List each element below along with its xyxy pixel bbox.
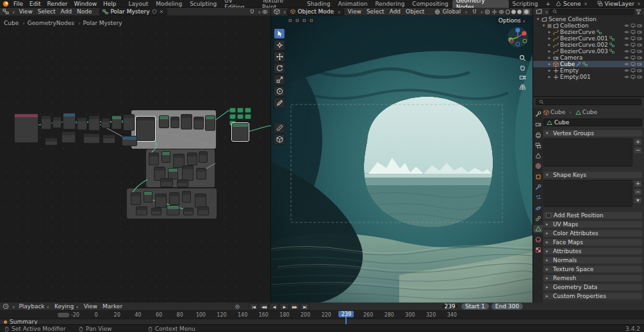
shading-solid-icon[interactable]: [511, 10, 516, 14]
section-header-custom-properties[interactable]: ▸Custom Properties: [543, 293, 642, 299]
jump-to-start-button[interactable]: |◀: [249, 303, 258, 310]
menu-help[interactable]: Help: [100, 1, 120, 7]
auto-keying-icon[interactable]: [235, 304, 240, 310]
new-workspace-button[interactable]: +: [542, 0, 555, 8]
disclosure-arrow[interactable]: ▸: [547, 49, 552, 54]
eye-toggle-icon[interactable]: [624, 68, 629, 73]
disclosure-arrow[interactable]: ▾: [541, 23, 546, 28]
monitor-toggle-icon[interactable]: [631, 74, 636, 79]
editor-type-icon[interactable]: [3, 303, 9, 310]
mode-selector[interactable]: Object Mode: [287, 8, 343, 15]
outliner-row-empty-001[interactable]: ▸Empty.001: [533, 74, 644, 80]
disclosure-arrow[interactable]: ▸: [547, 42, 552, 47]
timeline-ruler[interactable]: -200204060801001201401601802002202402602…: [0, 311, 644, 319]
breadcrumb-geometrynodes[interactable]: GeometryNodes: [20, 20, 74, 26]
jump-to-end-button[interactable]: ▶|: [300, 303, 310, 310]
specials-menu-button[interactable]: ▾: [634, 197, 642, 204]
eye-toggle-icon[interactable]: [624, 23, 629, 28]
rest-position-checkbox[interactable]: [546, 213, 551, 218]
graph-node[interactable]: [53, 117, 62, 128]
add-cube-tool[interactable]: [274, 134, 285, 145]
graph-node[interactable]: [182, 191, 191, 203]
section-header-attributes[interactable]: ▸Attributes: [543, 248, 642, 254]
section-header-face-maps[interactable]: ▸Face Maps: [543, 239, 642, 245]
timeline-menu-keying[interactable]: Keying: [52, 303, 81, 310]
monitor-toggle-icon[interactable]: [631, 62, 636, 67]
outliner-row-beziercurve-003[interactable]: ▸BezierCurve.003: [533, 48, 644, 54]
graph-node[interactable]: [111, 115, 122, 129]
show-overlays-icon[interactable]: [499, 9, 504, 15]
remove-item-button[interactable]: −: [634, 147, 642, 154]
eye-toggle-icon[interactable]: [624, 42, 629, 47]
snapping-magnet-icon[interactable]: [249, 9, 255, 15]
current-frame-field[interactable]: 239: [441, 303, 459, 310]
properties-tab-modifiers[interactable]: [533, 183, 543, 191]
viewport-toggle-2[interactable]: [294, 18, 300, 23]
disclosure-arrow[interactable]: ▾: [536, 17, 540, 22]
workspace-tab-uv-editing[interactable]: UV Editing: [220, 0, 258, 8]
section-add-rest-position[interactable]: Add Rest Position: [543, 212, 642, 219]
snapping-dropdown[interactable]: [256, 8, 261, 15]
shading-wireframe-icon[interactable]: [506, 10, 510, 14]
graph-node[interactable]: [41, 115, 51, 129]
node-tree-selector[interactable]: Polar Mystery: [99, 8, 167, 15]
zoom-icon[interactable]: [519, 54, 526, 62]
disclosure-arrow[interactable]: ▸: [547, 68, 552, 73]
viewport-toggle-3[interactable]: [301, 18, 307, 23]
cam-toggle-icon[interactable]: [637, 68, 642, 73]
annotate-tool[interactable]: [274, 97, 285, 108]
section-header-uv-maps[interactable]: ▸UV Maps: [543, 221, 642, 228]
properties-tab-particles[interactable]: [533, 194, 543, 201]
graph-node[interactable]: [14, 113, 38, 143]
monitor-toggle-icon[interactable]: [631, 68, 636, 73]
prev-keyframe-button[interactable]: ◀◀: [259, 303, 268, 310]
cam-toggle-icon[interactable]: [637, 23, 642, 28]
graph-node[interactable]: [136, 206, 147, 215]
eye-toggle-icon[interactable]: [624, 36, 629, 41]
graph-node[interactable]: [63, 113, 76, 129]
collection-checkbox[interactable]: [547, 24, 552, 28]
properties-tab-physics[interactable]: [533, 204, 543, 212]
properties-tab-constraints[interactable]: [533, 215, 543, 222]
viewport-menu-add[interactable]: Add: [387, 8, 403, 15]
graph-node[interactable]: [167, 205, 179, 215]
cam-toggle-icon[interactable]: [637, 36, 642, 41]
graph-node[interactable]: [161, 151, 170, 163]
viewport-toggle-1[interactable]: [287, 18, 293, 23]
graph-node[interactable]: [45, 138, 58, 145]
cam-toggle-icon[interactable]: [637, 62, 642, 67]
properties-tab-texture[interactable]: [533, 246, 543, 254]
workspace-tab-texture-paint[interactable]: Texture Paint: [258, 0, 303, 8]
timeline-menu-marker[interactable]: Marker: [100, 303, 125, 310]
editor-type-dropdown[interactable]: [10, 8, 15, 15]
eye-toggle-icon[interactable]: [624, 55, 629, 60]
outliner-row-beziercurve-002[interactable]: ▸BezierCurve.002: [533, 42, 644, 48]
graph-node[interactable]: [237, 114, 244, 119]
properties-tab-object[interactable]: [533, 173, 543, 181]
tweak-select-tool[interactable]: [274, 28, 285, 39]
viewport-canvas[interactable]: Options: [271, 16, 533, 303]
outliner-row-collection[interactable]: ▾Collection: [533, 22, 644, 29]
viewport-toggle-4[interactable]: [308, 18, 314, 23]
monitor-toggle-icon[interactable]: [631, 55, 636, 60]
graph-node[interactable]: [122, 136, 137, 146]
play-button[interactable]: ▶: [279, 303, 289, 310]
timeline-menu-view[interactable]: View: [81, 303, 100, 310]
section-header-vertex-groups[interactable]: ▾Vertex Groups: [543, 130, 642, 137]
options-dropdown[interactable]: Options: [495, 17, 529, 24]
empty-list-box[interactable]: [543, 138, 632, 167]
monitor-toggle-icon[interactable]: [631, 42, 636, 47]
remove-item-button[interactable]: −: [634, 188, 642, 195]
menu-file[interactable]: File: [10, 1, 26, 7]
add-item-button[interactable]: +: [634, 138, 642, 145]
cam-toggle-icon[interactable]: [637, 55, 642, 60]
dopesheet-summary-row[interactable]: Summary: [0, 319, 644, 324]
disclosure-arrow[interactable]: ▸: [547, 74, 552, 79]
graph-node[interactable]: [159, 115, 169, 128]
disclosure-arrow[interactable]: ▸: [547, 29, 552, 35]
editor-type-icon[interactable]: [3, 8, 9, 15]
workspace-tab-sculpting[interactable]: Sculpting: [186, 0, 220, 8]
cursor-tool[interactable]: [274, 40, 285, 51]
move-tool[interactable]: [274, 51, 285, 62]
properties-search-input[interactable]: [536, 99, 641, 105]
